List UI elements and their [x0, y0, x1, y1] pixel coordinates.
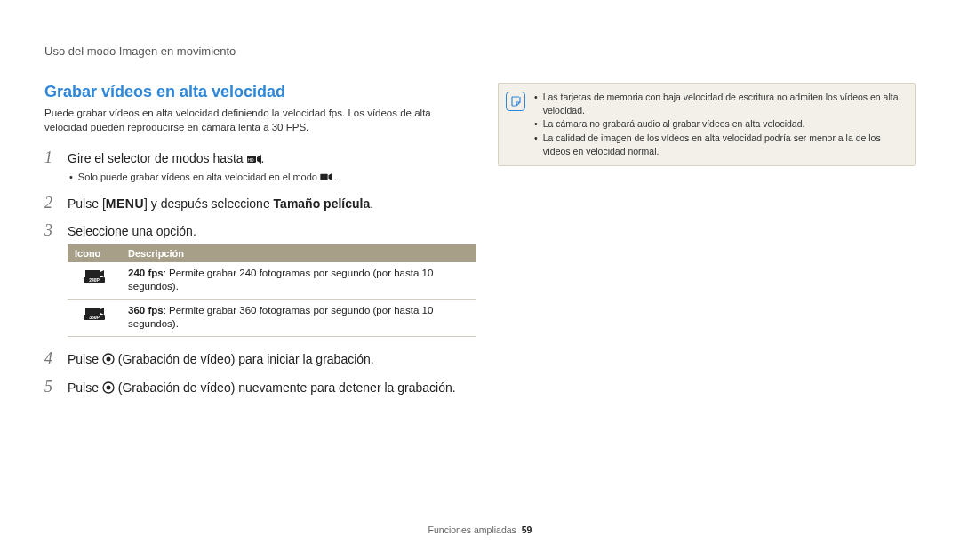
- step-text: Pulse (Grabación de vídeo) nuevamente pa…: [68, 380, 456, 397]
- step-number: 2: [44, 194, 59, 212]
- text-fragment: Pulse: [68, 352, 102, 366]
- step-text: Pulse (Grabación de vídeo) para iniciar …: [68, 351, 374, 369]
- header-description: Descripción: [121, 244, 476, 262]
- svg-rect-9: [85, 308, 100, 315]
- movie-mode-icon: HD: [247, 154, 261, 164]
- step-1: 1 Gire el selector de modos hasta HD.: [44, 148, 462, 168]
- steps-list: 1 Gire el selector de modos hasta HD. So…: [44, 148, 462, 396]
- svg-text:HD: HD: [247, 157, 254, 163]
- fps-description: 240 fps: Permite grabar 240 fotogramas p…: [121, 262, 476, 300]
- page-number: 59: [522, 524, 532, 535]
- table-row: 360P 360 fps: Permite grabar 360 fotogra…: [68, 299, 476, 336]
- intro-paragraph: Puede grabar vídeos en alta velocidad de…: [44, 107, 462, 134]
- step-5: 5 Pulse (Grabación de vídeo) nuevamente …: [44, 378, 462, 397]
- svg-marker-6: [100, 270, 104, 277]
- note-box: Las tarjetas de memoria con baja velocid…: [498, 83, 916, 166]
- chapter-title: Uso del modo Imagen en movimiento: [44, 44, 916, 58]
- footer-section: Funciones ampliadas: [428, 524, 516, 535]
- section-heading: Grabar vídeos en alta velocidad: [44, 83, 462, 101]
- menu-button-label: MENU: [106, 196, 144, 213]
- text-fragment: .: [334, 172, 337, 182]
- text-fragment: La cámara no grabará audio al grabar víd…: [543, 117, 805, 131]
- svg-marker-1: [257, 155, 261, 164]
- text-fragment: .: [261, 151, 265, 165]
- note-list: Las tarjetas de memoria con baja velocid…: [534, 91, 906, 158]
- note-info-icon: [506, 92, 525, 111]
- record-button-icon: [102, 381, 115, 394]
- text-fragment: Solo puede grabar vídeos en alta velocid…: [78, 172, 337, 183]
- svg-point-14: [106, 356, 110, 361]
- step-number: 5: [44, 378, 59, 396]
- svg-point-16: [106, 385, 110, 389]
- step-text: Pulse [MENU] y después seleccione Tamaño…: [68, 196, 373, 213]
- left-column: Grabar vídeos en alta velocidad Puede gr…: [44, 83, 462, 400]
- svg-rect-5: [85, 270, 100, 277]
- text-fragment: Solo puede grabar vídeos en alta velocid…: [78, 172, 320, 182]
- record-button-icon: [102, 353, 115, 365]
- text-fragment: 360 fps: [128, 305, 164, 316]
- fps-icon-cell: 240P: [68, 262, 121, 300]
- text-fragment: (Grabación de vídeo) para iniciar la gra…: [115, 352, 374, 366]
- text-fragment: Gire el selector de modos hasta: [68, 151, 247, 165]
- header-icon: Icono: [68, 244, 121, 262]
- step-3: 3 Seleccione una opción.: [44, 221, 462, 241]
- text-fragment: : Permite grabar 240 fotogramas por segu…: [128, 268, 433, 292]
- right-column: Las tarjetas de memoria con baja velocid…: [498, 83, 916, 400]
- note-item: Las tarjetas de memoria con baja velocid…: [534, 91, 906, 116]
- text-fragment: : Permite grabar 360 fotogramas por segu…: [128, 305, 433, 330]
- text-fragment: La calidad de imagen de los vídeos en al…: [543, 132, 906, 157]
- options-table: Icono Descripción 240P 240 fps: Permite …: [68, 244, 476, 337]
- movie-mode-icon: [320, 172, 334, 183]
- page-content: Uso del modo Imagen en movimiento Grabar…: [0, 0, 960, 400]
- note-item: La cámara no grabará audio al grabar víd…: [534, 117, 906, 131]
- step-number: 3: [44, 221, 59, 240]
- step-1-subnote: Solo puede grabar vídeos en alta velocid…: [69, 172, 462, 183]
- option-name: Tamaño película: [274, 196, 371, 211]
- text-fragment: 240 fps: [128, 268, 164, 278]
- fps-description: 360 fps: Permite grabar 360 fotogramas p…: [121, 299, 476, 336]
- text-fragment: Las tarjetas de memoria con baja velocid…: [543, 91, 906, 116]
- text-fragment: Pulse [: [68, 196, 106, 211]
- svg-marker-10: [100, 308, 104, 315]
- svg-rect-3: [320, 173, 327, 180]
- text-fragment: Pulse: [68, 380, 102, 395]
- step-number: 1: [44, 148, 59, 167]
- fps-240-icon: 240P: [84, 268, 105, 287]
- fps-360-icon: 360P: [84, 306, 105, 324]
- step-text: Gire el selector de modos hasta HD.: [68, 150, 264, 168]
- step-2: 2 Pulse [MENU] y después seleccione Tama…: [44, 194, 462, 213]
- svg-marker-4: [329, 173, 332, 180]
- text-fragment: (Grabación de vídeo) nuevamente para det…: [115, 380, 456, 395]
- svg-text:360P: 360P: [89, 315, 100, 320]
- step-text: Seleccione una opción.: [68, 223, 196, 241]
- text-fragment: ] y después seleccione: [144, 196, 274, 211]
- table-row: 240P 240 fps: Permite grabar 240 fotogra…: [68, 262, 476, 300]
- page-footer: Funciones ampliadas 59: [0, 524, 960, 535]
- svg-text:240P: 240P: [89, 277, 100, 283]
- fps-icon-cell: 360P: [68, 299, 121, 336]
- text-fragment: .: [370, 196, 373, 211]
- note-item: La calidad de imagen de los vídeos en al…: [534, 132, 906, 157]
- two-column-layout: Grabar vídeos en alta velocidad Puede gr…: [44, 83, 916, 400]
- table-header-row: Icono Descripción: [68, 244, 476, 262]
- step-4: 4 Pulse (Grabación de vídeo) para inicia…: [44, 349, 462, 369]
- step-number: 4: [44, 349, 59, 368]
